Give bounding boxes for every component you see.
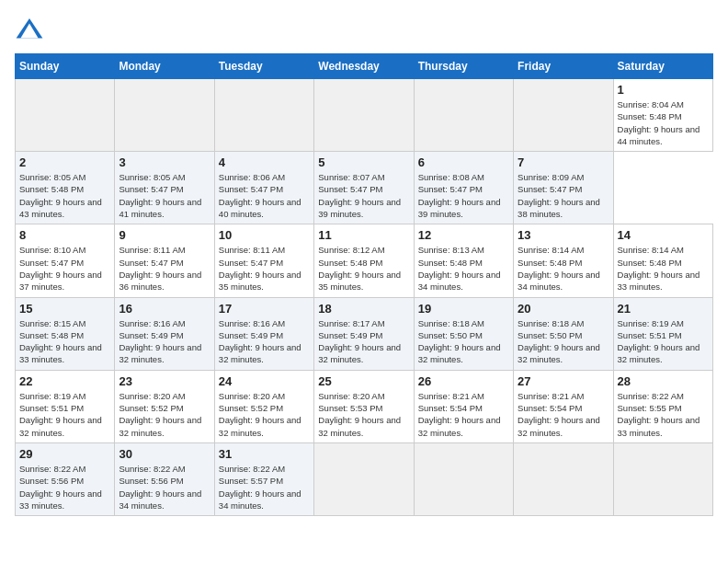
calendar-day: 25 Sunrise: 8:20 AMSunset: 5:53 PMDaylig…: [314, 370, 414, 442]
col-header-monday: Monday: [115, 54, 214, 79]
empty-cell: [16, 79, 115, 152]
logo-icon: [15, 15, 44, 44]
calendar-day: 12 Sunrise: 8:13 AMSunset: 5:48 PMDaylig…: [414, 224, 513, 297]
calendar-header-row: SundayMondayTuesdayWednesdayThursdayFrid…: [16, 54, 713, 79]
calendar-day: 4 Sunrise: 8:06 AMSunset: 5:47 PMDayligh…: [214, 152, 313, 224]
day-number: 15: [19, 302, 110, 316]
day-info: Sunrise: 8:06 AMSunset: 5:47 PMDaylight:…: [219, 172, 301, 219]
col-header-saturday: Saturday: [613, 54, 712, 79]
calendar-day: 29 Sunrise: 8:22 AMSunset: 5:56 PMDaylig…: [16, 442, 115, 515]
day-info: Sunrise: 8:22 AMSunset: 5:57 PMDaylight:…: [219, 464, 301, 511]
day-number: 23: [119, 374, 210, 388]
day-info: Sunrise: 8:22 AMSunset: 5:56 PMDaylight:…: [19, 464, 102, 511]
day-info: Sunrise: 8:20 AMSunset: 5:52 PMDaylight:…: [119, 391, 201, 438]
day-info: Sunrise: 8:04 AMSunset: 5:48 PMDaylight:…: [618, 99, 700, 146]
day-info: Sunrise: 8:14 AMSunset: 5:48 PMDaylight:…: [518, 245, 600, 292]
calendar-day: 16 Sunrise: 8:16 AMSunset: 5:49 PMDaylig…: [115, 297, 214, 370]
day-number: 4: [219, 155, 310, 169]
calendar-day: [414, 442, 513, 515]
calendar-day: 2 Sunrise: 8:05 AMSunset: 5:48 PMDayligh…: [16, 152, 115, 224]
day-info: Sunrise: 8:21 AMSunset: 5:54 PMDaylight:…: [418, 391, 501, 438]
calendar-day: 14 Sunrise: 8:14 AMSunset: 5:48 PMDaylig…: [613, 224, 712, 297]
day-number: 8: [19, 228, 110, 242]
day-info: Sunrise: 8:07 AMSunset: 5:47 PMDaylight:…: [318, 172, 401, 219]
empty-cell: [414, 79, 513, 152]
day-info: Sunrise: 8:08 AMSunset: 5:47 PMDaylight:…: [418, 172, 501, 219]
day-info: Sunrise: 8:22 AMSunset: 5:55 PMDaylight:…: [618, 391, 700, 438]
calendar-day: 26 Sunrise: 8:21 AMSunset: 5:54 PMDaylig…: [414, 370, 513, 442]
day-number: 2: [19, 155, 110, 169]
empty-cell: [514, 79, 613, 152]
day-info: Sunrise: 8:05 AMSunset: 5:48 PMDaylight:…: [19, 172, 102, 219]
calendar-day: 6 Sunrise: 8:08 AMSunset: 5:47 PMDayligh…: [414, 152, 513, 224]
calendar-day: 13 Sunrise: 8:14 AMSunset: 5:48 PMDaylig…: [514, 224, 613, 297]
day-number: 10: [219, 228, 310, 242]
calendar-day: 21 Sunrise: 8:19 AMSunset: 5:51 PMDaylig…: [613, 297, 712, 370]
calendar-day: 18 Sunrise: 8:17 AMSunset: 5:49 PMDaylig…: [314, 297, 414, 370]
calendar-day: 9 Sunrise: 8:11 AMSunset: 5:47 PMDayligh…: [115, 224, 214, 297]
calendar-week-row: 29 Sunrise: 8:22 AMSunset: 5:56 PMDaylig…: [16, 442, 713, 515]
day-number: 25: [318, 374, 409, 388]
empty-cell: [115, 79, 214, 152]
calendar-day: 19 Sunrise: 8:18 AMSunset: 5:50 PMDaylig…: [414, 297, 513, 370]
day-info: Sunrise: 8:20 AMSunset: 5:52 PMDaylight:…: [219, 391, 301, 438]
calendar-day: 27 Sunrise: 8:21 AMSunset: 5:54 PMDaylig…: [514, 370, 613, 442]
day-number: 9: [119, 228, 210, 242]
calendar-week-row: 8 Sunrise: 8:10 AMSunset: 5:47 PMDayligh…: [16, 224, 713, 297]
day-number: 31: [219, 447, 310, 461]
day-number: 20: [518, 302, 609, 316]
day-info: Sunrise: 8:10 AMSunset: 5:47 PMDaylight:…: [19, 245, 102, 292]
day-number: 18: [318, 302, 409, 316]
day-info: Sunrise: 8:20 AMSunset: 5:53 PMDaylight:…: [318, 391, 401, 438]
day-number: 17: [219, 302, 310, 316]
empty-cell: [214, 79, 313, 152]
header: [15, 15, 713, 44]
day-number: 22: [19, 374, 110, 388]
day-info: Sunrise: 8:12 AMSunset: 5:48 PMDaylight:…: [318, 245, 401, 292]
day-info: Sunrise: 8:22 AMSunset: 5:56 PMDaylight:…: [119, 464, 201, 511]
calendar-day: 3 Sunrise: 8:05 AMSunset: 5:47 PMDayligh…: [115, 152, 214, 224]
calendar-week-row: 2 Sunrise: 8:05 AMSunset: 5:48 PMDayligh…: [16, 152, 713, 224]
calendar-week-row: 22 Sunrise: 8:19 AMSunset: 5:51 PMDaylig…: [16, 370, 713, 442]
day-number: 27: [518, 374, 609, 388]
col-header-tuesday: Tuesday: [214, 54, 313, 79]
day-info: Sunrise: 8:18 AMSunset: 5:50 PMDaylight:…: [518, 318, 600, 365]
day-number: 21: [618, 302, 709, 316]
day-info: Sunrise: 8:13 AMSunset: 5:48 PMDaylight:…: [418, 245, 501, 292]
calendar-day: [613, 442, 712, 515]
calendar-day: 5 Sunrise: 8:07 AMSunset: 5:47 PMDayligh…: [314, 152, 414, 224]
calendar-day: [514, 442, 613, 515]
day-info: Sunrise: 8:16 AMSunset: 5:49 PMDaylight:…: [219, 318, 301, 365]
day-number: 1: [618, 83, 709, 97]
day-number: 16: [119, 302, 210, 316]
day-info: Sunrise: 8:18 AMSunset: 5:50 PMDaylight:…: [418, 318, 501, 365]
day-number: 26: [418, 374, 509, 388]
day-info: Sunrise: 8:14 AMSunset: 5:48 PMDaylight:…: [618, 245, 700, 292]
day-number: 24: [219, 374, 310, 388]
col-header-friday: Friday: [514, 54, 613, 79]
day-number: 19: [418, 302, 509, 316]
day-number: 28: [618, 374, 709, 388]
calendar-week-row: 1 Sunrise: 8:04 AMSunset: 5:48 PMDayligh…: [16, 79, 713, 152]
col-header-thursday: Thursday: [414, 54, 513, 79]
col-header-wednesday: Wednesday: [314, 54, 414, 79]
day-info: Sunrise: 8:16 AMSunset: 5:49 PMDaylight:…: [119, 318, 201, 365]
calendar-day: [314, 442, 414, 515]
day-number: 5: [318, 155, 409, 169]
calendar-week-row: 15 Sunrise: 8:15 AMSunset: 5:48 PMDaylig…: [16, 297, 713, 370]
day-number: 11: [318, 228, 409, 242]
day-number: 29: [19, 447, 110, 461]
day-info: Sunrise: 8:19 AMSunset: 5:51 PMDaylight:…: [618, 318, 700, 365]
calendar-day: 7 Sunrise: 8:09 AMSunset: 5:47 PMDayligh…: [514, 152, 613, 224]
day-info: Sunrise: 8:05 AMSunset: 5:47 PMDaylight:…: [119, 172, 201, 219]
calendar-day: 28 Sunrise: 8:22 AMSunset: 5:55 PMDaylig…: [613, 370, 712, 442]
calendar-day: 17 Sunrise: 8:16 AMSunset: 5:49 PMDaylig…: [214, 297, 313, 370]
calendar-day: 24 Sunrise: 8:20 AMSunset: 5:52 PMDaylig…: [214, 370, 313, 442]
day-info: Sunrise: 8:15 AMSunset: 5:48 PMDaylight:…: [19, 318, 102, 365]
calendar-day: 23 Sunrise: 8:20 AMSunset: 5:52 PMDaylig…: [115, 370, 214, 442]
calendar-day: 15 Sunrise: 8:15 AMSunset: 5:48 PMDaylig…: [16, 297, 115, 370]
day-number: 3: [119, 155, 210, 169]
day-info: Sunrise: 8:19 AMSunset: 5:51 PMDaylight:…: [19, 391, 102, 438]
day-info: Sunrise: 8:21 AMSunset: 5:54 PMDaylight:…: [518, 391, 600, 438]
empty-cell: [314, 79, 414, 152]
